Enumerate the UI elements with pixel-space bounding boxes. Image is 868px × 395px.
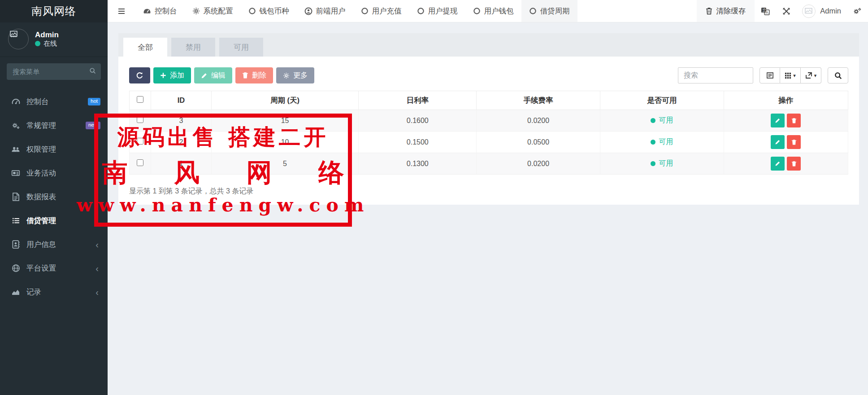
export-icon [805,72,812,79]
sidebar-item-dashboard[interactable]: 控制台 hot [0,90,108,114]
sidebar-item-platform-settings[interactable]: 平台设置 ‹ [0,256,108,280]
caret-down-icon: ▾ [814,73,817,79]
refresh-button[interactable] [129,67,150,83]
row-checkbox[interactable] [137,138,143,145]
search-button[interactable] [828,67,848,83]
row-delete-button[interactable] [787,157,801,171]
row-edit-button[interactable] [771,135,785,149]
circle-icon [417,7,425,15]
row-delete-button[interactable] [787,114,801,127]
avatar [802,4,816,18]
col-available: 是否可用 [600,91,724,110]
topnav-item-user-recharge[interactable]: 用户充值 [353,0,409,22]
cell-daily-rate: 0.1600 [359,110,477,132]
loan-cycle-table: ID 周期 (天) 日利率 手续费率 是否可用 操作 3 15 0.1600 [129,91,848,175]
search-icon [89,67,96,74]
gauge-icon [11,97,21,106]
topnav-item-loan-cycle[interactable]: 借贷周期 [521,0,577,22]
add-button[interactable]: 添加 [153,67,191,83]
language-icon[interactable]: 文A [755,0,776,22]
delete-button[interactable]: 删除 [235,67,273,83]
tabstrip: 全部 禁用 可用 [118,33,859,57]
topnav-item-front-users[interactable]: 前端用户 [297,0,353,22]
pencil-icon [775,161,781,167]
topnav-item-dashboard[interactable]: 控制台 [135,0,185,22]
edit-button[interactable]: 编辑 [194,67,232,83]
sidebar-item-reports[interactable]: 数据报表 [0,185,108,209]
circle-icon [248,7,256,15]
circle-icon [529,7,537,15]
sidebar-menu: 控制台 hot 常规管理 new 权限管理 业务活动 数据报表 [0,84,108,304]
col-cycle: 周期 (天) [211,91,359,110]
cell-cycle: 5 [211,153,359,175]
view-button-group: ▾ ▾ [760,67,821,83]
gauge-icon [143,7,151,15]
table-panel: 添加 编辑 删除 更多 [118,57,859,205]
chevron-left-icon: ‹ [95,240,99,249]
gear-icon [283,72,290,79]
badge-hot: hot [88,98,100,105]
sidebar-item-general[interactable]: 常规管理 new [0,114,108,137]
fullscreen-icon[interactable] [776,0,797,22]
trash-icon [791,161,797,167]
area-chart-icon [11,288,21,296]
settings-gears-icon[interactable] [846,0,868,22]
circle-icon [473,7,481,15]
user-name: Admin [35,31,59,39]
cell-fee-rate: 0.0200 [477,110,600,132]
gears-icon [11,121,21,130]
hamburger-icon[interactable] [108,0,135,22]
col-actions: 操作 [724,91,848,110]
row-edit-button[interactable] [771,157,785,171]
cell-daily-rate: 0.1500 [359,132,477,153]
cell-fee-rate: 0.0200 [477,153,600,175]
cell-daily-rate: 0.1300 [359,153,477,175]
topnav-item-wallet-currency[interactable]: 钱包币种 [241,0,297,22]
topnav-user[interactable]: Admin [797,0,846,22]
svg-text:A: A [766,10,769,15]
pencil-icon [201,72,208,79]
more-button[interactable]: 更多 [276,67,314,83]
topnav-right: 清除缓存 文A Admin [697,0,868,22]
topnav-user-label: Admin [820,7,841,15]
sidebar-search-input[interactable] [7,63,101,80]
status-badge: 可用 [651,137,673,147]
columns-button[interactable]: ▾ [780,67,801,83]
content: 全部 禁用 可用 添加 编辑 [108,22,868,395]
table-search-input[interactable] [678,67,753,83]
sidebar-item-records[interactable]: 记录 ‹ [0,280,108,304]
gear-icon [192,7,200,15]
sidebar-item-permissions[interactable]: 权限管理 [0,137,108,161]
status-dot-icon [651,118,655,123]
chevron-left-icon: ‹ [95,288,99,297]
topnav-item-user-withdraw[interactable]: 用户提现 [409,0,465,22]
topnav-item-system-config[interactable]: 系统配置 [185,0,241,22]
row-checkbox[interactable] [137,116,143,123]
detail-view-button[interactable] [760,67,780,83]
sidebar-item-business[interactable]: 业务活动 [0,161,108,185]
status-dot-icon [651,140,655,145]
address-book-icon [11,240,21,249]
sidebar-item-lending[interactable]: 借贷管理 [0,209,108,233]
tab-disabled[interactable]: 禁用 [171,38,215,57]
tab-all[interactable]: 全部 [123,38,167,57]
row-edit-button[interactable] [771,114,785,127]
users-icon [11,145,21,154]
file-report-icon [11,193,21,201]
table-header-row: ID 周期 (天) 日利率 手续费率 是否可用 操作 [130,91,848,110]
select-all-header [130,91,151,110]
select-all-checkbox[interactable] [137,96,143,103]
trash-icon [242,72,248,79]
sidebar-item-user-info[interactable]: 用户信息 ‹ [0,233,108,256]
tab-enabled[interactable]: 可用 [219,38,263,57]
export-button[interactable]: ▾ [801,67,821,83]
row-checkbox[interactable] [137,159,143,166]
sidebar-search [7,63,101,80]
trash-icon [791,118,797,124]
col-fee-rate: 手续费率 [477,91,600,110]
row-delete-button[interactable] [787,135,801,149]
admin-app: 南风网络 Admin 在线 [0,0,868,395]
cell-fee-rate: 0.0500 [477,132,600,153]
clear-cache-button[interactable]: 清除缓存 [697,0,755,22]
topnav-item-user-wallet[interactable]: 用户钱包 [465,0,521,22]
